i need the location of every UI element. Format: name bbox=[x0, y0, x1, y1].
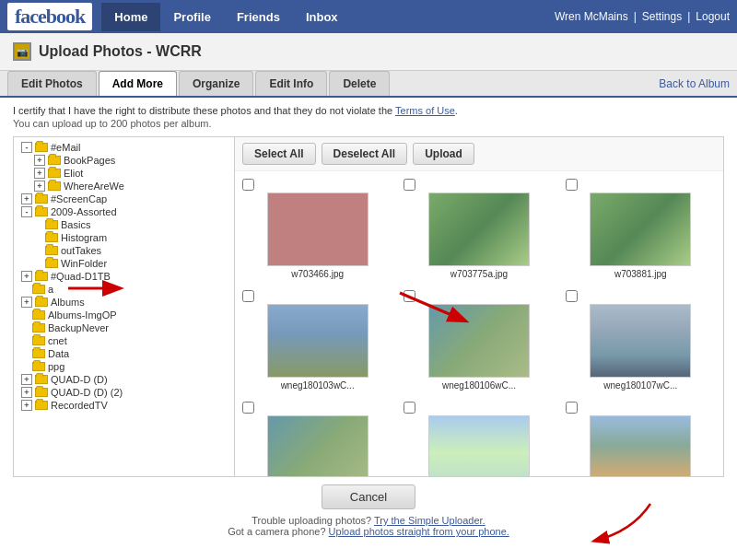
folder-icon-ppg bbox=[32, 362, 45, 371]
tree-toggle-eliot[interactable]: + bbox=[34, 168, 45, 179]
photo-checkbox-1[interactable] bbox=[404, 179, 415, 191]
nav-home[interactable]: Home bbox=[101, 3, 160, 31]
tree-item-wherearewee[interactable]: + WhereAreWe bbox=[14, 180, 234, 192]
tree-toggle-email[interactable]: - bbox=[21, 142, 32, 153]
back-to-album-link[interactable]: Back to Album bbox=[659, 77, 730, 90]
deselect-all-button[interactable]: Deselect All bbox=[322, 143, 408, 165]
tree-item-albums[interactable]: + Albums bbox=[14, 296, 234, 309]
photo-checkbox-5[interactable] bbox=[566, 290, 578, 302]
photo-checkbox-3[interactable] bbox=[242, 290, 254, 302]
photo-cell-1: w703775a.jpg bbox=[404, 179, 554, 279]
photo-checkbox-4[interactable] bbox=[404, 290, 415, 302]
photo-cell-7: wneg180189b8... bbox=[404, 402, 554, 476]
folder-icon-histogram bbox=[45, 233, 58, 242]
tree-toggle-quad-d2[interactable]: + bbox=[21, 387, 32, 398]
tree-label-quad-d2: QUAD-D (D) (2) bbox=[51, 387, 123, 398]
tree-item-quad-d1tb[interactable]: + #Quad-D1TB bbox=[14, 270, 234, 283]
tree-toggle-2009assorted[interactable]: - bbox=[21, 206, 32, 217]
tree-item-data[interactable]: Data bbox=[14, 347, 234, 360]
tree-item-cnet[interactable]: cnet bbox=[14, 334, 234, 347]
photo-thumb-8 bbox=[590, 415, 691, 476]
terms-of-use-link[interactable]: Terms of Use bbox=[395, 105, 455, 116]
folder-icon-backupnever bbox=[32, 323, 45, 332]
tab-organize[interactable]: Organize bbox=[179, 71, 253, 96]
tree-item-2009assorted[interactable]: - 2009-Assorted bbox=[14, 205, 234, 218]
tree-toggle-albums[interactable]: + bbox=[21, 297, 32, 308]
tree-item-email[interactable]: - #eMail bbox=[14, 141, 234, 154]
tree-label-a: a bbox=[48, 284, 53, 295]
tree-label-data: Data bbox=[48, 348, 69, 359]
folder-icon-quad-d2 bbox=[35, 388, 48, 397]
tab-add-more[interactable]: Add More bbox=[99, 71, 177, 96]
photo-checkbox-0[interactable] bbox=[242, 179, 254, 191]
photo-checkbox-8[interactable] bbox=[566, 402, 578, 414]
photo-cell-3: wneg180103wC... bbox=[242, 290, 392, 391]
tree-item-quad-d2[interactable]: + QUAD-D (D) (2) bbox=[14, 386, 234, 399]
tree-item-screencap[interactable]: + #ScreenCap bbox=[14, 192, 234, 205]
photo-cell-2: w703881.jpg bbox=[566, 179, 716, 279]
photo-thumb-7 bbox=[428, 415, 530, 476]
cancel-button[interactable]: Cancel bbox=[322, 484, 415, 509]
tree-item-a[interactable]: a bbox=[14, 283, 234, 296]
upload-area-wrapper: - #eMail + BookPages + Eliot + W bbox=[13, 136, 724, 477]
camera-static-text: Got a camera phone? bbox=[228, 526, 325, 537]
folder-icon-albums bbox=[35, 298, 48, 307]
tree-item-albums-imgop[interactable]: Albums-ImgOP bbox=[14, 309, 234, 321]
photo-grid: w703466.jpg w703775a.jpg bbox=[235, 171, 723, 476]
folder-icon-outtakes bbox=[45, 246, 58, 255]
folder-icon-screencap bbox=[35, 194, 48, 204]
nav-inbox[interactable]: Inbox bbox=[293, 3, 351, 31]
photo-checkbox-7[interactable] bbox=[404, 402, 415, 414]
tree-label-recordedtv: RecordedTV bbox=[51, 400, 108, 411]
folder-icon-winfolder bbox=[45, 259, 58, 268]
tree-toggle-wherearewe[interactable]: + bbox=[34, 181, 45, 192]
tree-label-ppg: ppg bbox=[48, 361, 64, 372]
tree-item-histogram[interactable]: Histogram bbox=[14, 231, 234, 244]
folder-icon-quad-d bbox=[35, 375, 48, 384]
trouble-text: Trouble uploading photos? Try the Simple… bbox=[13, 515, 724, 537]
nav-friends[interactable]: Friends bbox=[224, 3, 293, 31]
photo-checkbox-6[interactable] bbox=[242, 402, 254, 414]
tree-toggle-quad-d[interactable]: + bbox=[21, 374, 32, 385]
page-title: Upload Photos - WCRR bbox=[39, 43, 202, 60]
select-all-button[interactable]: Select All bbox=[242, 143, 316, 165]
file-tree[interactable]: - #eMail + BookPages + Eliot + W bbox=[14, 137, 235, 476]
tree-label-screencap: #ScreenCap bbox=[51, 193, 107, 204]
nav-profile[interactable]: Profile bbox=[160, 3, 223, 31]
photo-cell-6: wneg180108wC... bbox=[242, 402, 392, 476]
simple-uploader-link[interactable]: Try the Simple Uploader. bbox=[374, 515, 485, 526]
tree-item-quad-d[interactable]: + QUAD-D (D) bbox=[14, 373, 234, 386]
tree-item-bookpages[interactable]: + BookPages bbox=[14, 154, 234, 167]
tree-item-recordedtv[interactable]: + RecordedTV bbox=[14, 399, 234, 412]
tree-item-eliot[interactable]: + Eliot bbox=[14, 167, 234, 180]
photo-cell-0: w703466.jpg bbox=[242, 179, 392, 279]
tab-edit-photos[interactable]: Edit Photos bbox=[7, 71, 97, 96]
tree-toggle-quad-d1tb[interactable]: + bbox=[21, 271, 32, 282]
upload-button[interactable]: Upload bbox=[413, 143, 474, 165]
photo-thumb-2 bbox=[590, 192, 691, 266]
tree-item-ppg[interactable]: ppg bbox=[14, 360, 234, 373]
tree-toggle-bookpages[interactable]: + bbox=[34, 155, 45, 166]
tree-toggle-screencap[interactable]: + bbox=[21, 193, 32, 204]
page-title-bar: 📷 Upload Photos - WCRR bbox=[0, 33, 737, 71]
bottom-area: Cancel Trouble uploading photos? Try the… bbox=[13, 477, 724, 541]
tree-label-quad-d1tb: #Quad-D1TB bbox=[51, 271, 111, 282]
tree-toggle-recordedtv[interactable]: + bbox=[21, 400, 32, 411]
folder-icon-cnet bbox=[32, 336, 45, 345]
tab-edit-info[interactable]: Edit Info bbox=[255, 71, 327, 96]
folder-icon-2009assorted bbox=[35, 207, 48, 216]
tree-item-winfolder[interactable]: WinFolder bbox=[14, 257, 234, 270]
tree-item-outtakes[interactable]: outTakes bbox=[14, 244, 234, 257]
nav-separator-2: | bbox=[687, 10, 690, 23]
tree-item-backupnever[interactable]: BackupNever bbox=[14, 321, 234, 334]
phone-upload-link[interactable]: Upload photos straight from your phone. bbox=[329, 526, 509, 537]
folder-icon-albums-imgop bbox=[32, 310, 45, 320]
nav-logout[interactable]: Logout bbox=[696, 10, 730, 23]
tab-delete[interactable]: Delete bbox=[329, 71, 390, 96]
nav-settings[interactable]: Settings bbox=[642, 10, 682, 23]
folder-icon-email bbox=[35, 143, 48, 152]
photo-checkbox-2[interactable] bbox=[566, 179, 578, 191]
tree-item-basics[interactable]: Basics bbox=[14, 218, 234, 231]
photo-label-1: w703775a.jpg bbox=[450, 269, 508, 279]
trouble-static-text: Trouble uploading photos? bbox=[252, 515, 371, 526]
